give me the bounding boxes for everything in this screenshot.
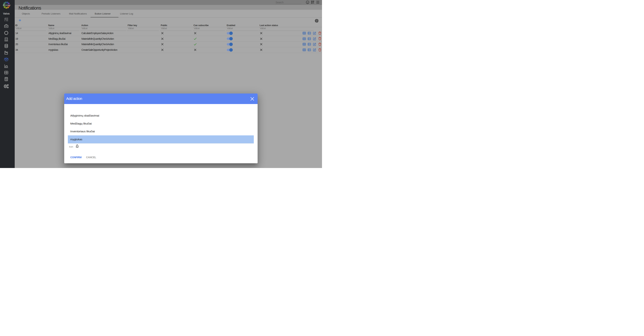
svg-text:Proman: Proman: [3, 4, 10, 6]
